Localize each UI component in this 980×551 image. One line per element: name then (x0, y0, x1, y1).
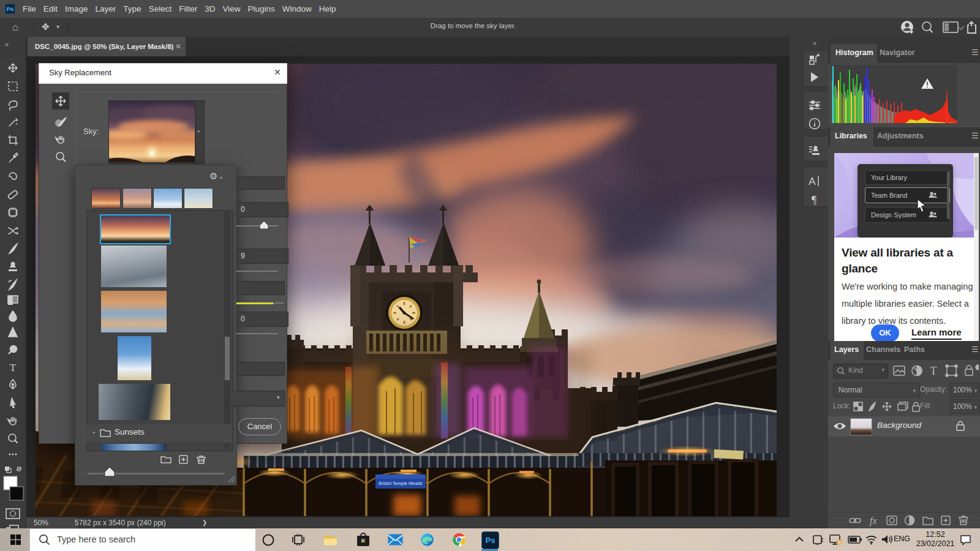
svg-text:¶: ¶ (812, 194, 816, 206)
svg-text:T: T (930, 365, 937, 377)
svg-text:Bristol Temple Meads: Bristol Temple Meads (379, 481, 423, 486)
svg-text:T: T (10, 362, 17, 373)
svg-text:fx: fx (870, 515, 877, 527)
svg-text:A: A (809, 176, 816, 187)
